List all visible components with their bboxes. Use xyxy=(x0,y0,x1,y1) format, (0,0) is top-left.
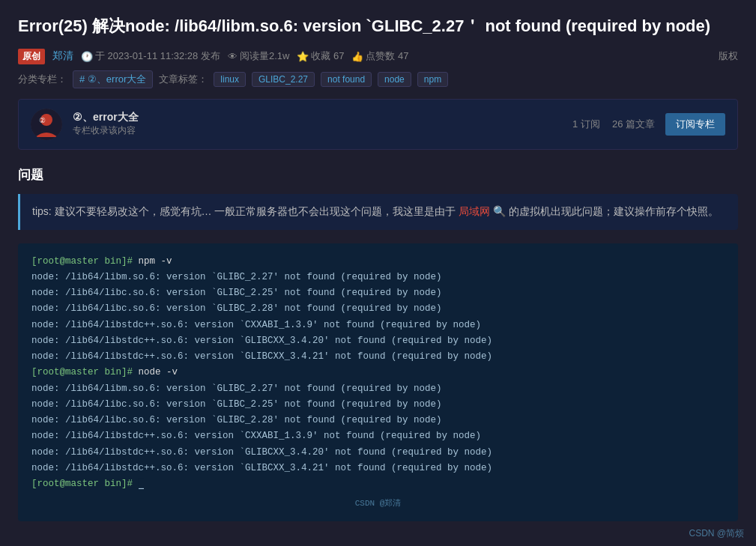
tip-text: tips: 建议不要轻易改这个，感觉有坑… 一般正常服务器也不会出现这个问题，我… xyxy=(32,205,456,217)
terminal-line-9: node: /lib64/libm.so.6: version `GLIBC_2… xyxy=(31,381,725,397)
tag-node[interactable]: node xyxy=(378,72,411,87)
terminal-block: [root@master bin]# npm -v node: /lib64/l… xyxy=(18,243,738,521)
column-banner: ② ②、error大全 专栏收录该内容 1 订阅 26 篇文章 订阅专栏 xyxy=(18,99,738,150)
category-chip[interactable]: # ②、error大全 xyxy=(73,70,153,88)
meta-bar: 原创 郑清 🕐 于 2023-01-11 11:32:28 发布 👁 阅读量2.… xyxy=(18,49,738,64)
column-info: ②、error大全 专栏收录该内容 xyxy=(73,111,562,137)
author-name[interactable]: 郑清 xyxy=(52,49,73,63)
terminal-line-8: [root@master bin]# node -v xyxy=(31,365,725,380)
bottom-watermark: CSDN @简烦 xyxy=(689,527,744,540)
tip-text2: 的虚拟机出现此问题；建议操作前存个快照。 xyxy=(509,205,719,217)
terminal-line-12: node: /lib64/libstdc++.so.6: version `CX… xyxy=(31,428,725,444)
clock-icon: 🕐 xyxy=(81,51,93,62)
read-count: 👁 阅读量2.1w xyxy=(228,49,289,63)
subscribe-button[interactable]: 订阅专栏 xyxy=(665,113,725,136)
page-container: Error(25) 解决node: /lib64/libm.so.6: vers… xyxy=(0,0,756,546)
publish-date: 🕐 于 2023-01-11 11:32:28 发布 xyxy=(81,49,220,63)
terminal-line-2: node: /lib64/libm.so.6: version `GLIBC_2… xyxy=(31,270,725,285)
eye-icon: 👁 xyxy=(228,51,238,62)
column-avatar: ② xyxy=(31,109,62,140)
column-stats: 1 订阅 26 篇文章 xyxy=(572,118,655,131)
article-title: Error(25) 解决node: /lib64/libm.so.6: vers… xyxy=(18,15,738,38)
svg-text:②: ② xyxy=(39,116,46,124)
like-icon: 👍 xyxy=(351,51,363,62)
terminal-line-11: node: /lib64/libc.so.6: version `GLIBC_2… xyxy=(31,413,725,428)
subscription-count: 1 订阅 xyxy=(572,118,600,131)
article-count: 26 篇文章 xyxy=(612,118,655,131)
column-sub: 专栏收录该内容 xyxy=(73,124,562,137)
terminal-line-6: node: /lib64/libstdc++.so.6: version `GL… xyxy=(31,333,725,349)
terminal-line-10: node: /lib64/libc.so.6: version `GLIBC_2… xyxy=(31,397,725,413)
column-name: ②、error大全 xyxy=(73,111,562,124)
like-count: 👍 点赞数 47 xyxy=(351,49,408,63)
terminal-line-3: node: /lib64/libc.so.6: version `GLIBC_2… xyxy=(31,285,725,301)
terminal-cursor-line: [root@master bin]# █ xyxy=(31,476,725,492)
tag-glibc[interactable]: GLIBC_2.27 xyxy=(252,72,315,87)
tip-icon: 🔍 xyxy=(493,205,506,217)
tag-original: 原创 xyxy=(18,49,45,64)
terminal-line-1: [root@master bin]# npm -v xyxy=(31,254,725,270)
copyright-link[interactable]: 版权 xyxy=(719,49,738,63)
terminal-line-7: node: /lib64/libstdc++.so.6: version `GL… xyxy=(31,349,725,365)
section-title: 问题 xyxy=(18,166,738,183)
tags-label: 文章标签： xyxy=(159,73,208,86)
terminal-footer: CSDN @郑清 xyxy=(31,497,725,511)
terminal-line-14: node: /lib64/libstdc++.so.6: version `GL… xyxy=(31,461,725,476)
tag-npm[interactable]: npm xyxy=(417,72,448,87)
tag-linux[interactable]: linux xyxy=(214,72,246,87)
terminal-line-13: node: /lib64/libstdc++.so.6: version `GL… xyxy=(31,445,725,461)
star-count: ⭐ 收藏 67 xyxy=(297,49,344,63)
tip-box: tips: 建议不要轻易改这个，感觉有坑… 一般正常服务器也不会出现这个问题，我… xyxy=(18,194,738,230)
tip-highlight: 局域网 xyxy=(459,205,490,217)
terminal-line-5: node: /lib64/libstdc++.so.6: version `CX… xyxy=(31,318,725,333)
tags-bar: 分类专栏： # ②、error大全 文章标签： linux GLIBC_2.27… xyxy=(18,70,738,88)
category-label: 分类专栏： xyxy=(18,73,67,86)
star-icon: ⭐ xyxy=(297,51,309,62)
terminal-line-4: node: /lib64/libc.so.6: version `GLIBC_2… xyxy=(31,301,725,317)
tag-notfound[interactable]: not found xyxy=(321,72,372,87)
